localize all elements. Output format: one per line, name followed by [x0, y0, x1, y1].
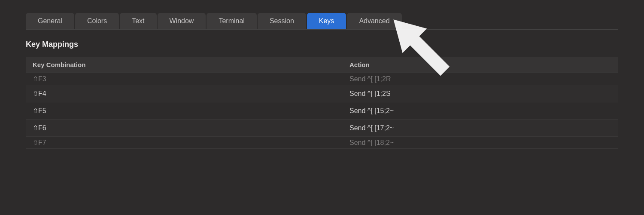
- tab-session[interactable]: Session: [258, 13, 306, 29]
- tab-window[interactable]: Window: [158, 13, 206, 29]
- tab-general[interactable]: General: [26, 13, 74, 29]
- tab-bar: GeneralColorsTextWindowTerminalSessionKe…: [26, 0, 618, 29]
- table-row: ⇧F7Send ^[ [18;2~: [26, 137, 618, 149]
- table-row: ⇧F6Send ^[ [17;2~: [26, 120, 618, 137]
- key-table: Key Combination Action ⇧F3Send ^[ [1;2R⇧…: [26, 57, 618, 149]
- tab-advanced[interactable]: Advanced: [347, 13, 401, 29]
- key-action: Send ^[ [18;2~: [343, 137, 618, 149]
- key-combo: ⇧F3: [26, 73, 343, 85]
- table-row: ⇧F3Send ^[ [1;2R: [26, 73, 618, 85]
- column-header-key: Key Combination: [26, 57, 343, 73]
- app-container: GeneralColorsTextWindowTerminalSessionKe…: [0, 0, 644, 215]
- column-header-action: Action: [343, 57, 618, 73]
- key-action: Send ^[ [1;2R: [343, 73, 618, 85]
- table-row: ⇧F5Send ^[ [15;2~: [26, 102, 618, 120]
- section-title: Key Mappings: [26, 40, 618, 49]
- key-combo: ⇧F5: [26, 102, 343, 120]
- content-area: Key Mappings Key Combination Action ⇧F3S…: [26, 29, 618, 215]
- key-action: Send ^[ [1;2S: [343, 85, 618, 102]
- key-combo: ⇧F6: [26, 120, 343, 137]
- key-action: Send ^[ [17;2~: [343, 120, 618, 137]
- key-action: Send ^[ [15;2~: [343, 102, 618, 120]
- key-combo: ⇧F4: [26, 85, 343, 102]
- table-row: ⇧F4Send ^[ [1;2S: [26, 85, 618, 102]
- tab-terminal[interactable]: Terminal: [207, 13, 256, 29]
- key-combo: ⇧F7: [26, 137, 343, 149]
- tab-text[interactable]: Text: [120, 13, 156, 29]
- tab-colors[interactable]: Colors: [75, 13, 119, 29]
- tab-keys[interactable]: Keys: [307, 13, 346, 29]
- table-header-row: Key Combination Action: [26, 57, 618, 73]
